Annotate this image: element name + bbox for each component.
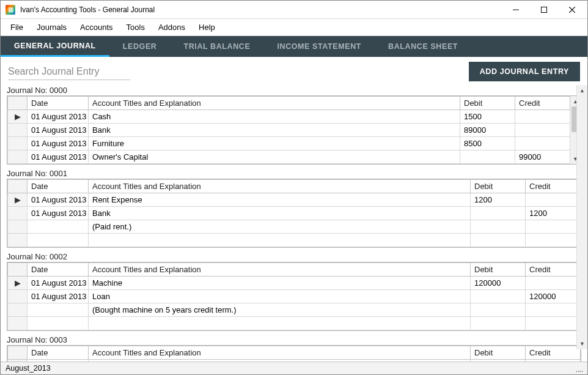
cell-debit[interactable]: 8500 xyxy=(460,137,515,150)
table-row[interactable]: ▶01 August 2013Machine120000 xyxy=(8,277,581,290)
search-input[interactable] xyxy=(8,64,130,80)
cell-debit[interactable] xyxy=(471,290,526,303)
cell-account[interactable]: Cash xyxy=(89,110,460,124)
cell-credit[interactable] xyxy=(526,193,581,207)
table-row[interactable]: 01 August 2013Loan120000 xyxy=(8,290,581,303)
menu-tools[interactable]: Tools xyxy=(120,20,151,34)
minimize-button[interactable] xyxy=(502,1,530,19)
col-credit[interactable]: Credit xyxy=(515,97,570,110)
table-row[interactable]: ▶01 August 2013Rent Expense1200 xyxy=(8,193,581,207)
add-journal-entry-button[interactable]: ADD JOURNAL ENTRY xyxy=(469,62,580,81)
outer-scrollbar[interactable]: ▲ ▼ xyxy=(576,85,587,349)
col-debit[interactable]: Debit xyxy=(471,263,526,277)
tab-trial-balance[interactable]: TRIAL BALANCE xyxy=(170,36,263,57)
resize-grip-icon[interactable]: ⣀⣀ xyxy=(575,365,582,373)
col-debit[interactable]: Debit xyxy=(471,180,526,193)
cell-debit[interactable] xyxy=(471,220,526,234)
cell-debit[interactable] xyxy=(460,150,515,164)
tab-general-journal[interactable]: GENERAL JOURNAL xyxy=(1,36,109,57)
col-date[interactable]: Date xyxy=(28,263,89,277)
cell-credit[interactable] xyxy=(515,110,570,124)
menu-accounts[interactable]: Accounts xyxy=(74,20,119,34)
col-debit[interactable]: Debit xyxy=(460,97,515,110)
cell-date[interactable] xyxy=(28,303,89,317)
cell-credit[interactable] xyxy=(526,234,581,247)
cell-account[interactable]: (Paid rent.) xyxy=(89,220,471,234)
cell-account[interactable] xyxy=(89,234,471,247)
col-date[interactable]: Date xyxy=(28,346,89,360)
table-row[interactable]: 01 August 2013Bank89000 xyxy=(8,124,570,137)
table-row[interactable]: ▶03 August 2013Inventory27900 xyxy=(8,360,581,362)
col-date[interactable]: Date xyxy=(28,97,89,110)
table-row[interactable]: 01 August 2013Bank1200 xyxy=(8,207,581,220)
cell-date[interactable] xyxy=(28,234,89,247)
cell-date[interactable] xyxy=(28,317,89,330)
table-row[interactable]: ▶01 August 2013Cash1500 xyxy=(8,110,570,124)
col-account[interactable]: Account Titles and Explanation xyxy=(89,97,460,110)
cell-credit[interactable] xyxy=(515,137,570,150)
close-button[interactable] xyxy=(558,1,586,19)
col-credit[interactable]: Credit xyxy=(526,263,581,277)
cell-credit[interactable] xyxy=(526,220,581,234)
cell-date[interactable]: 01 August 2013 xyxy=(28,193,89,207)
maximize-button[interactable] xyxy=(530,1,558,19)
cell-account[interactable]: Inventory xyxy=(89,360,471,362)
table-row[interactable]: (Bought machine on 5 years credit term.) xyxy=(8,303,581,317)
tab-income-statement[interactable]: INCOME STATEMENT xyxy=(263,36,375,57)
cell-date[interactable]: 01 August 2013 xyxy=(28,110,89,124)
table-row[interactable]: 01 August 2013Owner's Capital99000 xyxy=(8,150,570,164)
cell-date[interactable]: 01 August 2013 xyxy=(28,277,89,290)
table-row[interactable]: 01 August 2013Furniture8500 xyxy=(8,137,570,150)
table-row[interactable] xyxy=(8,234,581,247)
cell-date[interactable]: 03 August 2013 xyxy=(28,360,89,362)
menu-file[interactable]: File xyxy=(4,20,29,34)
col-account[interactable]: Account Titles and Explanation xyxy=(89,346,471,360)
scroll-down-icon[interactable]: ▼ xyxy=(577,338,587,349)
cell-account[interactable]: Bank xyxy=(89,207,471,220)
tab-ledger[interactable]: LEDGER xyxy=(109,36,171,57)
cell-credit[interactable]: 1200 xyxy=(526,207,581,220)
cell-debit[interactable] xyxy=(471,317,526,330)
cell-date[interactable]: 01 August 2013 xyxy=(28,124,89,137)
cell-credit[interactable] xyxy=(515,124,570,137)
cell-credit[interactable] xyxy=(526,360,581,362)
cell-credit[interactable] xyxy=(526,277,581,290)
cell-account[interactable]: Rent Expense xyxy=(89,193,471,207)
col-account[interactable]: Account Titles and Explanation xyxy=(89,263,471,277)
col-credit[interactable]: Credit xyxy=(526,180,581,193)
cell-date[interactable] xyxy=(28,220,89,234)
cell-date[interactable]: 01 August 2013 xyxy=(28,137,89,150)
cell-account[interactable]: Bank xyxy=(89,124,460,137)
cell-account[interactable]: (Bought machine on 5 years credit term.) xyxy=(89,303,471,317)
cell-debit[interactable] xyxy=(471,207,526,220)
menu-addons[interactable]: Addons xyxy=(152,20,191,34)
cell-account[interactable]: Machine xyxy=(89,277,471,290)
col-credit[interactable]: Credit xyxy=(526,346,581,360)
cell-date[interactable]: 01 August 2013 xyxy=(28,290,89,303)
col-debit[interactable]: Debit xyxy=(471,346,526,360)
cell-credit[interactable]: 99000 xyxy=(515,150,570,164)
scroll-up-icon[interactable]: ▲ xyxy=(577,85,587,96)
col-date[interactable]: Date xyxy=(28,180,89,193)
cell-debit[interactable]: 1500 xyxy=(460,110,515,124)
col-account[interactable]: Account Titles and Explanation xyxy=(89,180,471,193)
cell-credit[interactable]: 120000 xyxy=(526,290,581,303)
cell-account[interactable] xyxy=(89,317,471,330)
cell-credit[interactable] xyxy=(526,303,581,317)
menu-help[interactable]: Help xyxy=(193,20,221,34)
tab-balance-sheet[interactable]: BALANCE SHEET xyxy=(375,36,471,57)
table-row[interactable]: (Paid rent.) xyxy=(8,220,581,234)
cell-debit[interactable]: 89000 xyxy=(460,124,515,137)
menu-journals[interactable]: Journals xyxy=(31,20,73,34)
cell-debit[interactable] xyxy=(471,303,526,317)
cell-credit[interactable] xyxy=(526,317,581,330)
cell-debit[interactable] xyxy=(471,234,526,247)
cell-account[interactable]: Owner's Capital xyxy=(89,150,460,164)
cell-debit[interactable]: 27900 xyxy=(471,360,526,362)
cell-account[interactable]: Furniture xyxy=(89,137,460,150)
cell-debit[interactable]: 1200 xyxy=(471,193,526,207)
cell-debit[interactable]: 120000 xyxy=(471,277,526,290)
cell-date[interactable]: 01 August 2013 xyxy=(28,207,89,220)
table-row[interactable] xyxy=(8,317,581,330)
cell-date[interactable]: 01 August 2013 xyxy=(28,150,89,164)
